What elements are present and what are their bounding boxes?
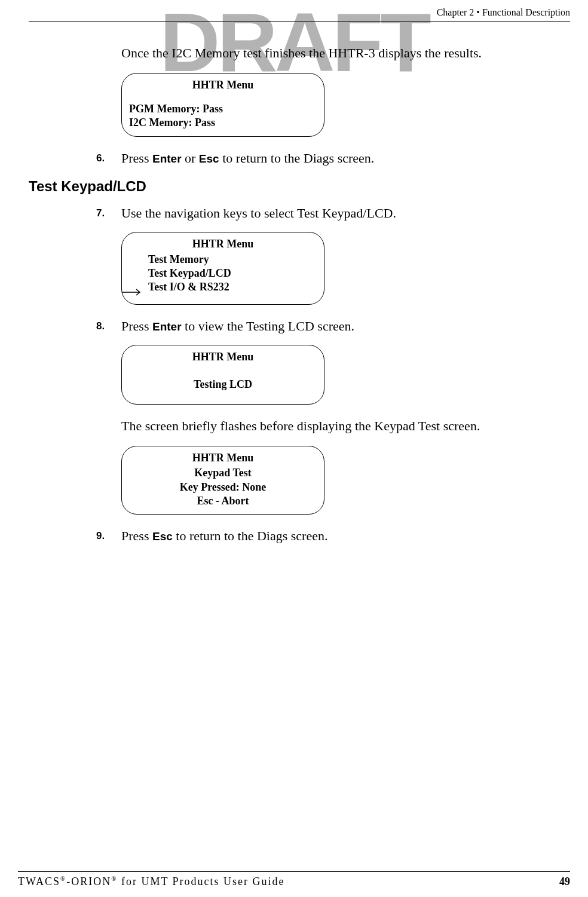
intro-text: Once the I2C Memory test finishes the HH… <box>121 45 570 62</box>
key-enter: Enter <box>152 320 182 333</box>
lcd-line: Testing LCD <box>129 378 317 391</box>
lcd-line: Keypad Test <box>129 466 317 480</box>
step-text: Press Enter to view the Testing LCD scre… <box>121 318 570 335</box>
step-number: 6. <box>96 150 121 167</box>
text: -ORION <box>66 875 111 887</box>
text: or <box>182 151 199 166</box>
step-text: Press Enter or Esc to return to the Diag… <box>121 150 570 167</box>
chapter-header: Chapter 2 • Functional Description <box>437 7 570 18</box>
key-enter: Enter <box>152 152 182 165</box>
lcd-screen-keypad-test: HHTR Menu Keypad Test Key Pressed: None … <box>121 446 324 515</box>
step-text: Press Esc to return to the Diags screen. <box>121 528 570 545</box>
step-6: 6. Press Enter or Esc to return to the D… <box>96 150 570 167</box>
page-content: Once the I2C Memory test finishes the HH… <box>29 45 570 555</box>
text: to return to the Diags screen. <box>173 528 328 543</box>
text: Press <box>121 151 152 166</box>
lcd-title: HHTR Menu <box>129 78 317 92</box>
lcd-line: I2C Memory: Pass <box>129 116 317 130</box>
key-esc: Esc <box>152 530 173 543</box>
text: for UMT Products User Guide <box>117 875 284 887</box>
registered-icon: ® <box>111 875 117 882</box>
registered-icon: ® <box>60 875 66 882</box>
text: TWACS <box>18 875 60 887</box>
lcd-line: Key Pressed: None <box>129 480 317 494</box>
lcd-line: Esc - Abort <box>129 494 317 508</box>
lcd-screen-testing-lcd: HHTR Menu Testing LCD <box>121 345 324 405</box>
footer-rule <box>18 871 570 872</box>
footer-left: TWACS®-ORION® for UMT Products User Guid… <box>18 875 285 888</box>
step-9: 9. Press Esc to return to the Diags scre… <box>96 528 570 545</box>
lcd-title: HHTR Menu <box>129 350 317 364</box>
step-text: Use the navigation keys to select Test K… <box>121 205 570 222</box>
text: to view the Testing LCD screen. <box>182 319 355 333</box>
lcd-title: HHTR Menu <box>129 451 317 465</box>
lcd-line: PGM Memory: Pass <box>129 102 317 116</box>
key-esc: Esc <box>199 152 219 165</box>
lcd-screen-test-menu: HHTR Menu Test Memory Test Keypad/LCD Te… <box>121 232 324 305</box>
step-8: 8. Press Enter to view the Testing LCD s… <box>96 318 570 335</box>
step-number: 7. <box>96 205 121 222</box>
lcd-menu-item: Test I/O & RS232 <box>148 280 231 294</box>
lcd-title: HHTR Menu <box>129 237 317 251</box>
page-number: 49 <box>559 875 570 888</box>
step-number: 8. <box>96 318 121 335</box>
text: Press <box>121 528 152 543</box>
text: Press <box>121 319 152 333</box>
lcd-menu-item: Test Memory <box>148 253 231 267</box>
lcd-menu-item-selected: Test Keypad/LCD <box>148 267 231 280</box>
header-rule <box>29 21 570 22</box>
lcd-screen-memory-results: HHTR Menu PGM Memory: Pass I2C Memory: P… <box>121 73 324 137</box>
body-text: The screen briefly flashes before displa… <box>121 418 570 435</box>
text: to return to the Diags screen. <box>219 151 375 166</box>
section-heading: Test Keypad/LCD <box>29 177 570 195</box>
step-7: 7. Use the navigation keys to select Tes… <box>96 205 570 222</box>
step-number: 9. <box>96 528 121 545</box>
